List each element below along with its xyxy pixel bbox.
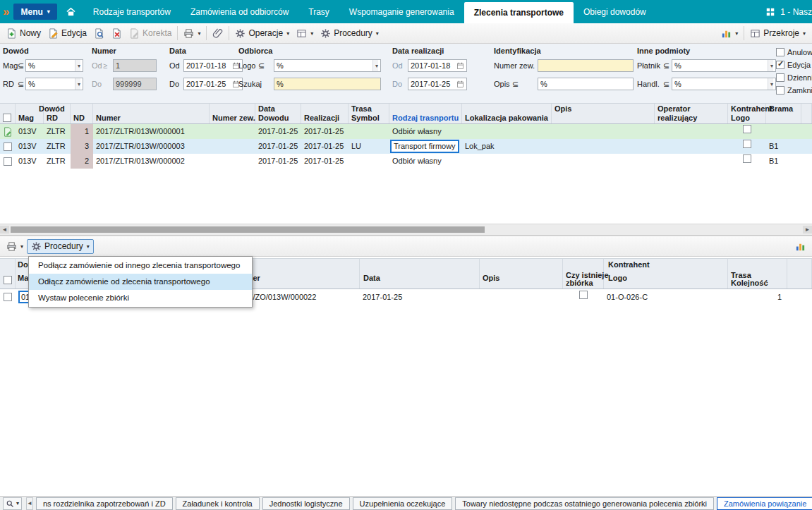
bottom-tab-rozdzielnik[interactable]: ns rozdzielnika zapotrzebowań i ZD <box>36 497 173 510</box>
forms-dropdown[interactable]: ▾ <box>293 27 317 40</box>
logo-filter-select[interactable]: %▾ <box>274 59 381 72</box>
col-nd[interactable]: ND <box>73 114 85 122</box>
row-checkbox[interactable] <box>4 142 12 151</box>
logo-operator[interactable]: ⊆ <box>258 61 265 71</box>
zamkniete-checkbox[interactable] <box>776 86 784 95</box>
print-button-lower[interactable]: ▾ <box>3 240 27 253</box>
chart-dropdown[interactable]: ▾ <box>717 27 741 40</box>
correction-button[interactable]: Korekta <box>126 27 175 40</box>
row-logo-checkbox[interactable] <box>743 154 751 163</box>
col-dowodu[interactable]: Dowodu <box>258 114 289 122</box>
platnik-filter-select[interactable]: %▾ <box>672 59 776 72</box>
menu-item-odlacz-zamowienie[interactable]: Odłącz zamówienie od zlecenia transporto… <box>29 274 252 290</box>
mag-operator[interactable]: ⊆ <box>18 61 24 71</box>
menu-item-podlacz-zamowienie[interactable]: Podłącz zamówienie od innego zlecenia tr… <box>29 257 252 274</box>
new-button[interactable]: Nowy <box>3 27 44 40</box>
edit-button[interactable]: Edycja <box>44 27 90 40</box>
home-icon[interactable] <box>66 6 76 17</box>
bottom-tab-uzupelnienia-oczekujace[interactable]: Uzupełnienia oczekujące <box>353 497 453 510</box>
tab-wspomaganie-generowania[interactable]: Wspomaganie generowania <box>339 0 464 23</box>
select-all-checkbox[interactable] <box>4 276 12 284</box>
opis-input[interactable]: % <box>538 78 634 90</box>
views-dropdown[interactable]: Przekroje▾ <box>746 27 809 40</box>
real-do-input[interactable]: 2017-01-25 <box>408 78 467 90</box>
col-opis[interactable]: Opis <box>483 274 499 282</box>
attachments-button[interactable] <box>209 27 226 40</box>
col-data[interactable]: Data <box>363 274 380 282</box>
apps-grid-icon[interactable] <box>765 7 775 17</box>
tabs-scroll-left-arrow[interactable]: ◄ <box>26 497 33 510</box>
numer-do-input[interactable]: 999999 <box>113 78 157 90</box>
czy-istnieje-zbiorka-checkbox[interactable] <box>579 291 588 299</box>
platnik-operator[interactable]: ⊆ <box>663 61 669 71</box>
table-row[interactable]: 013V ZLTR 1 2017/ZLTR/013W/000001 2017-0… <box>0 124 812 139</box>
numer-od-input[interactable]: 1 <box>113 59 157 72</box>
row-logo-checkbox[interactable] <box>743 125 751 133</box>
col-operator-l2[interactable]: realizujący <box>658 114 697 122</box>
menu-button[interactable]: Menu▾ <box>13 4 56 20</box>
flag-zamkniete[interactable]: Zamknięte <box>776 86 812 95</box>
menu-item-wystaw-polecenie-zbiorki[interactable]: Wystaw polecenie zbiórki <box>29 290 252 306</box>
col-symbol[interactable]: Symbol <box>351 114 380 122</box>
bottom-tab-zaladunek-i-kontrola[interactable]: Załadunek i kontrola <box>176 497 260 510</box>
scroll-left-arrow[interactable]: ◄ <box>0 226 9 233</box>
bottom-tab-zamowienia-powiazane[interactable]: Zamówienia powiązanie <box>717 497 812 510</box>
col-numer-zew[interactable]: Numer zew. <box>212 114 255 122</box>
real-od-input[interactable]: 2017-01-18 <box>408 59 467 72</box>
rd-filter-select[interactable]: %▾ <box>25 78 83 90</box>
opis-operator[interactable]: ⊆ <box>512 80 519 89</box>
row-logo-checkbox[interactable] <box>743 140 751 148</box>
preview-button[interactable] <box>90 27 108 40</box>
mag-filter-select[interactable]: %▾ <box>25 59 83 72</box>
calendar-icon[interactable] <box>456 80 464 88</box>
tab-rodzaje-transportow[interactable]: Rodzaje transportów <box>83 0 181 23</box>
print-button[interactable]: ▾ <box>180 27 204 40</box>
data-od-input[interactable]: 2017-01-18 <box>183 59 243 72</box>
handl-operator[interactable]: ⊆ <box>663 80 669 89</box>
col-rd[interactable]: RD <box>47 114 58 122</box>
flag-dziennik[interactable]: Dziennik <box>776 73 812 82</box>
horizontal-scrollbar-thumb[interactable] <box>11 226 485 233</box>
row-checkbox[interactable] <box>4 293 12 301</box>
search-tabs-dropdown[interactable]: ▾ <box>3 497 22 510</box>
scroll-right-arrow[interactable]: ► <box>803 226 812 233</box>
tab-obiegi-dowodow[interactable]: Obiegi dowodów <box>574 0 656 23</box>
col-realizacji[interactable]: Realizacji <box>304 114 339 122</box>
col-mag[interactable]: Mag <box>18 114 34 122</box>
col-numer[interactable]: Numer <box>96 114 121 122</box>
col-czy-l2[interactable]: zbiórka <box>566 279 593 287</box>
col-rodzaj-transportu[interactable]: Rodzaj trasnportu <box>392 114 459 122</box>
tab-zlecenia-transportowe[interactable]: Zlecenia transportowe <box>464 2 574 23</box>
szukaj-input[interactable]: % <box>274 78 381 90</box>
anulowane-checkbox[interactable] <box>776 48 784 56</box>
delete-button[interactable] <box>108 27 126 40</box>
numer-od-operator[interactable]: ≥ <box>103 61 107 70</box>
col-kolejnosc[interactable]: Kolejność <box>731 279 768 287</box>
col-logo[interactable]: Logo <box>608 274 627 282</box>
table-row[interactable]: 013V ZLTR 2 2017/ZLTR/013W/000002 2017-0… <box>0 154 812 169</box>
row-checkbox[interactable] <box>4 157 12 166</box>
bottom-tab-jednostki-logistyczne[interactable]: Jednostki logistyczne <box>262 497 350 510</box>
bottom-tab-towary-niedostepne[interactable]: Towary niedostępne podczas ostatniego ge… <box>455 497 714 510</box>
table-row[interactable]: 013V ZLTR 3 2017/ZLTR/013W/000003 2017-0… <box>0 139 812 154</box>
procedures-dropdown-lower[interactable]: Procedury▾ <box>27 239 94 254</box>
col-logo[interactable]: Logo <box>731 114 750 122</box>
selected-cell-rodzaj[interactable]: Transport firmowy <box>390 140 459 153</box>
chart-button-lower[interactable] <box>792 240 809 253</box>
select-all-checkbox[interactable] <box>3 114 11 122</box>
handl-filter-select[interactable]: %▾ <box>672 78 776 90</box>
rd-operator[interactable]: ⊆ <box>18 80 24 89</box>
data-do-input[interactable]: 2017-01-25 <box>183 78 243 90</box>
col-operator-l1[interactable]: Operator <box>658 104 690 113</box>
col-brama[interactable]: Brama <box>769 104 793 113</box>
dziennik-checkbox[interactable] <box>776 73 784 82</box>
operations-dropdown[interactable]: Operacje▾ <box>231 27 293 40</box>
edycja-checkbox[interactable] <box>776 61 784 69</box>
collapse-sidebar-icon[interactable]: » <box>3 0 9 23</box>
tab-trasy[interactable]: Trasy <box>298 0 339 23</box>
col-lokalizacja-pakowania[interactable]: Lokalizacja pakowania <box>465 114 548 122</box>
horizontal-scrollbar[interactable]: ◄ ► <box>0 224 812 236</box>
procedures-dropdown[interactable]: Procedury▾ <box>317 27 382 40</box>
flag-anulowane[interactable]: Anulowane <box>776 48 812 56</box>
tab-zamowienia-od-odbiorcow[interactable]: Zamówienia od odbiorców <box>181 0 298 23</box>
